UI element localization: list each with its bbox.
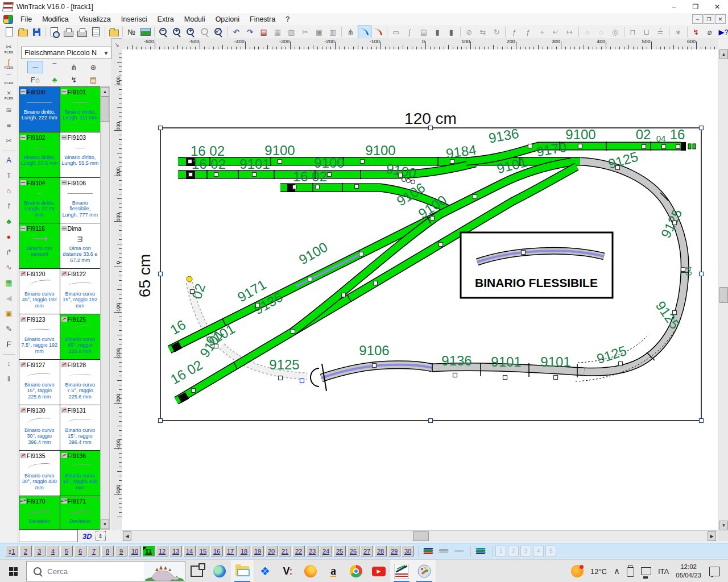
track-handle[interactable]: [188, 160, 192, 164]
doc-add-button[interactable]: ▤: [417, 26, 431, 39]
menu-file[interactable]: File: [15, 14, 37, 24]
zoom-previous-button[interactable]: [198, 26, 212, 39]
track-handle[interactable]: [662, 145, 666, 149]
v-app-icon[interactable]: V:: [276, 560, 299, 582]
track-handle[interactable]: [293, 185, 297, 189]
text-tool-icon[interactable]: A: [2, 153, 16, 167]
undo-button[interactable]: ↶: [229, 26, 243, 39]
page-tab-22[interactable]: 22: [292, 546, 305, 556]
power-tool-button[interactable]: ↯: [689, 26, 703, 39]
grid-view-button[interactable]: ▦: [271, 26, 284, 39]
route-tool-icon[interactable]: ↱: [2, 245, 16, 259]
paste-button[interactable]: ▥: [326, 26, 340, 39]
track-handle[interactable]: [159, 126, 163, 130]
file-explorer-icon[interactable]: [231, 560, 254, 582]
scroll-up-icon[interactable]: ▲: [719, 49, 728, 59]
search-input[interactable]: [46, 567, 122, 576]
draw-tool-icon[interactable]: ✎: [2, 322, 16, 335]
track-handle[interactable]: [189, 173, 193, 177]
part-fi9106[interactable]: FI9106Binario flessibile, Lungh. 777 mm: [60, 178, 101, 223]
track-handle[interactable]: [214, 344, 218, 348]
part-fi9116[interactable]: FI9116Binario con paraurti: [19, 223, 60, 269]
firefox-icon[interactable]: [299, 560, 322, 582]
track-handle[interactable]: [159, 419, 163, 423]
page-tab-24[interactable]: 24: [320, 546, 332, 556]
track-handle[interactable]: [192, 389, 196, 393]
track-handle[interactable]: [528, 144, 532, 148]
menu-extra[interactable]: Extra: [152, 14, 179, 24]
track-handle[interactable]: [522, 251, 526, 255]
page-tab-18[interactable]: 18: [238, 546, 250, 556]
page-tab-7[interactable]: 7: [88, 546, 100, 556]
flex-draw-button[interactable]: [371, 26, 385, 39]
arrow-return-button[interactable]: ↵: [549, 26, 562, 39]
library-select[interactable]: Fleischmann Piccolo N ▼: [21, 47, 111, 59]
flex-cross-icon[interactable]: ×FLEX: [2, 88, 16, 101]
canvas-vscrollbar[interactable]: ▲ ▼: [718, 49, 728, 530]
document-icon[interactable]: [3, 15, 13, 24]
page-tab-4[interactable]: 4: [47, 546, 59, 556]
figure-tool-icon[interactable]: ♣: [2, 214, 16, 228]
scroll-down-icon[interactable]: ▼: [719, 521, 728, 530]
track-handle[interactable]: [673, 221, 677, 225]
paint-icon[interactable]: [413, 560, 436, 582]
tray-chevron-icon[interactable]: ∧: [610, 560, 623, 582]
house-tool-icon[interactable]: ⌂: [2, 184, 16, 197]
frame-tool-icon[interactable]: F: [2, 337, 16, 351]
notification-icon[interactable]: [709, 567, 720, 576]
page-tab-11[interactable]: 11: [142, 546, 155, 556]
func-next-button[interactable]: ƒ: [507, 26, 521, 39]
scroll-left-icon[interactable]: ◀: [123, 531, 131, 541]
page-tab-5[interactable]: 5: [60, 546, 73, 556]
move-all-button[interactable]: ⇆: [476, 26, 490, 39]
track-handle[interactable]: [374, 281, 378, 285]
task-view-icon[interactable]: [185, 560, 208, 582]
track-plan-canvas[interactable]: BINARIO FLESSIBILE 120 cm 65 cm 16 02910…: [122, 49, 718, 530]
part-fi9103[interactable]: FI9103Binario diritto, Lungh. 55.5 mm: [60, 132, 101, 178]
save-button[interactable]: [30, 26, 44, 39]
track-handle[interactable]: [676, 145, 680, 149]
tab-curved[interactable]: ⌒: [47, 61, 63, 73]
part-fi9127[interactable]: FI9127Binario curvo 15°, raggio 225.6 mm: [19, 360, 60, 405]
curve-draw-button[interactable]: [358, 26, 371, 39]
part-fi9102[interactable]: FI9102Binario diritto, Lungh. 57.5 mm: [19, 132, 60, 178]
menu-modifica[interactable]: Modifica: [37, 14, 74, 24]
layer-slot-2[interactable]: 2: [508, 546, 519, 556]
elevation-down-button[interactable]: ⊔: [640, 26, 653, 39]
chrome-icon[interactable]: [345, 560, 367, 582]
vscroll-thumb[interactable]: [719, 287, 728, 303]
track-handle[interactable]: [450, 160, 454, 164]
track-handle[interactable]: [316, 185, 320, 189]
layer-slot-3[interactable]: 3: [520, 546, 531, 556]
page-tab-28[interactable]: 28: [374, 546, 387, 556]
table-view-button[interactable]: ▨: [284, 26, 298, 39]
zoom-in-button[interactable]: +: [170, 26, 184, 39]
signal-tool-icon[interactable]: ↾: [2, 199, 16, 213]
track-handle[interactable]: [373, 364, 377, 368]
edge-icon[interactable]: [208, 560, 231, 582]
canvas-hscrollbar[interactable]: ◀ ▶: [122, 530, 718, 542]
track-handle[interactable]: [359, 252, 363, 256]
new-button[interactable]: [2, 26, 16, 39]
measure-vertical-icon[interactable]: ↕: [2, 356, 16, 370]
page-tab-15[interactable]: 15: [197, 546, 209, 556]
chevron-down-icon[interactable]: ▼: [101, 48, 111, 58]
track-handle[interactable]: [453, 373, 457, 377]
track-handle[interactable]: [673, 311, 677, 315]
track-handle[interactable]: [308, 277, 312, 281]
track-handle[interactable]: [431, 217, 435, 221]
track-handle[interactable]: [616, 166, 620, 170]
track-handle[interactable]: [291, 330, 295, 334]
parts-list-button[interactable]: ▤: [257, 26, 271, 39]
snap-grid-button[interactable]: ∗: [671, 26, 685, 39]
image-tool-icon[interactable]: ▦: [2, 276, 16, 289]
ghost-start-dot[interactable]: [187, 276, 192, 282]
menu-visualizza[interactable]: Visualizza: [74, 14, 116, 24]
part-dima[interactable]: DimaƎDima con distanze 33.6 e 67.2 mm: [60, 223, 101, 269]
scroll-down-icon[interactable]: ▼: [101, 519, 109, 529]
track-handle[interactable]: [700, 419, 704, 423]
page-tab-20[interactable]: 20: [265, 546, 278, 556]
menu-moduli[interactable]: Moduli: [179, 14, 210, 24]
tab-straight[interactable]: ─: [27, 61, 43, 73]
track-bumper[interactable]: [311, 364, 326, 391]
